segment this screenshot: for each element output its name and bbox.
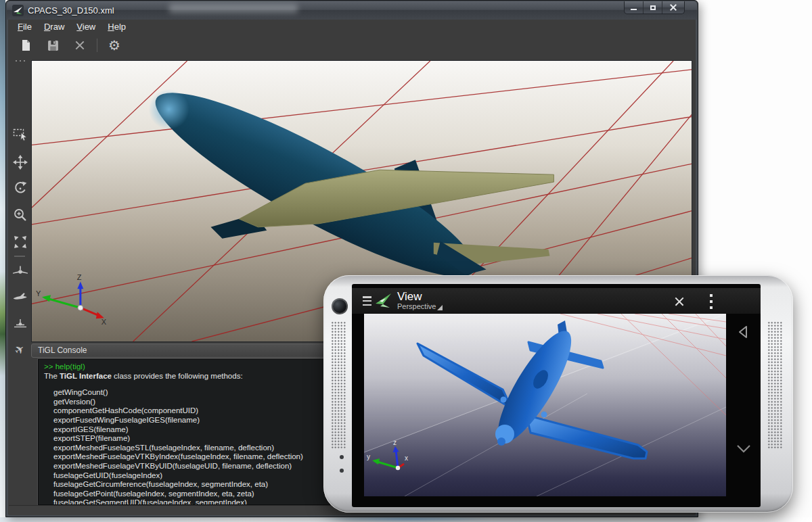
minimize-icon [631, 9, 637, 10]
desktop-background-strip [0, 0, 5, 522]
phone-collapse-button[interactable] [726, 444, 761, 454]
phone-camera [332, 298, 348, 314]
plane-top-view-icon [12, 315, 28, 331]
save-icon [47, 40, 59, 51]
menu-draw[interactable]: Draw [38, 20, 70, 33]
title-bar[interactable]: CPACS_30_D150.xml [7, 1, 697, 20]
toolbar-drag-handle[interactable] [13, 59, 28, 63]
fit-all-button[interactable] [12, 233, 28, 250]
window-controls [624, 1, 685, 14]
view-top-button[interactable] [12, 314, 28, 331]
phone-axis-z-label: z [393, 439, 397, 446]
select-tool-icon [12, 126, 28, 143]
phone-axis-x-label: x [405, 454, 408, 462]
maximize-button[interactable] [644, 1, 662, 14]
phone-screen-title: View [397, 291, 443, 303]
phone-speaker-grille-right [767, 321, 783, 450]
menu-file[interactable]: File [12, 20, 38, 33]
view-perspective-button[interactable]: ✈ [12, 341, 28, 358]
toolbar-separator [97, 39, 97, 52]
pan-icon [12, 154, 28, 170]
menu-view[interactable]: View [70, 20, 102, 33]
back-triangle-icon [736, 325, 751, 339]
dropdown-triangle-icon [437, 305, 443, 310]
fighter-spinner [497, 437, 505, 446]
smartphone: View Perspective [323, 275, 793, 513]
phone-sensor-dot [340, 455, 344, 459]
nav-drawer-icon[interactable] [363, 296, 371, 306]
app-logo-plane-icon [12, 5, 24, 16]
phone-3d-viewport[interactable]: z y x [364, 314, 726, 496]
axis-x-label: X [102, 318, 107, 326]
toolbar: ⚙ [9, 33, 695, 57]
phone-speaker-grille-left [331, 321, 346, 450]
new-file-icon [20, 39, 32, 51]
pan-tool-button[interactable] [12, 153, 28, 170]
tool-sidebar: ✈ [9, 57, 31, 345]
new-file-button[interactable] [16, 36, 36, 55]
plane-perspective-icon: ✈ [13, 342, 27, 357]
close-button[interactable] [662, 1, 684, 14]
phone-view-mode-dropdown[interactable]: Perspective [397, 303, 443, 311]
close-document-icon [76, 42, 84, 49]
console-title: TiGL Console [38, 346, 87, 355]
close-document-button[interactable] [70, 36, 90, 55]
close-icon [676, 298, 683, 306]
maximize-icon [650, 5, 656, 10]
window-title: CPACS_30_D150.xml [28, 5, 114, 16]
phone-action-bar: View Perspective [352, 288, 761, 314]
chevron-down-icon [736, 444, 752, 454]
background-window-smudge [169, 4, 298, 13]
select-tool-button[interactable] [12, 126, 28, 143]
phone-close-button[interactable] [670, 293, 689, 310]
plane-side-view-icon [12, 289, 28, 305]
tigl-plane-icon [374, 292, 392, 310]
phone-view-titles[interactable]: View Perspective [397, 291, 443, 310]
phone-viewport-canvas: z y x [364, 314, 726, 496]
view-side-button[interactable] [12, 288, 28, 305]
desktop: CPACS_30_D150.xml File Draw View Help [0, 0, 812, 522]
view-front-button[interactable] [12, 262, 28, 279]
phone-sensor-dot [340, 469, 344, 473]
fit-all-icon [12, 234, 28, 250]
phone-back-button[interactable] [726, 325, 761, 339]
overflow-menu-button[interactable] [706, 294, 716, 309]
phone-view-mode-label: Perspective [397, 303, 436, 311]
menu-help[interactable]: Help [102, 20, 132, 33]
zoom-icon [12, 207, 28, 223]
menu-bar: File Draw View Help [9, 20, 695, 33]
sidebar-separator [14, 256, 25, 257]
rotate-icon [12, 181, 28, 197]
axis-y-label: Y [36, 289, 41, 298]
phone-axis-y-label: y [367, 453, 370, 460]
close-icon [670, 4, 677, 11]
gear-icon: ⚙ [108, 39, 120, 52]
plane-front-view-icon [12, 263, 28, 279]
axis-z-label: Z [77, 273, 82, 281]
zoom-tool-button[interactable] [12, 206, 28, 223]
rotate-tool-button[interactable] [12, 180, 28, 197]
settings-button[interactable]: ⚙ [104, 36, 125, 55]
minimize-button[interactable] [625, 1, 644, 14]
save-button[interactable] [43, 36, 63, 55]
phone-screen: View Perspective [352, 284, 761, 507]
aircraft-nose-highlight [149, 89, 189, 130]
